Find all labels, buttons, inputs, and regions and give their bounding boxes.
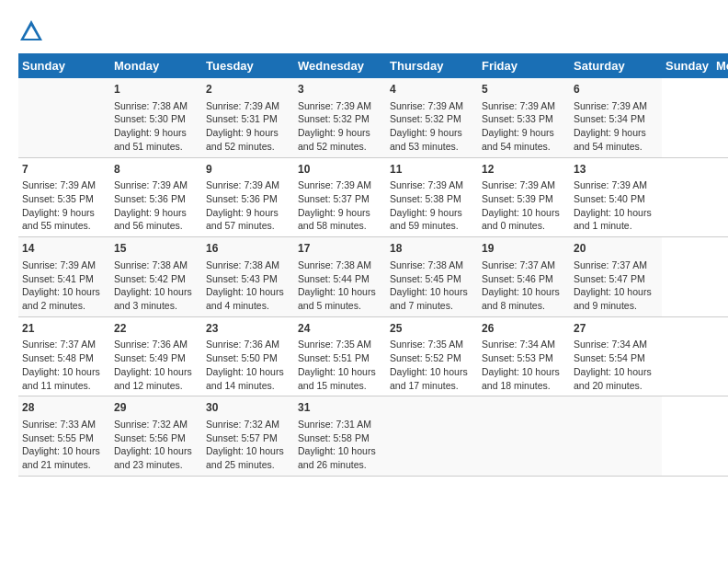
- day-content: Sunrise: 7:39 AM Sunset: 5:39 PM Dayligh…: [482, 178, 566, 233]
- calendar-cell: 29Sunrise: 7:32 AM Sunset: 5:56 PM Dayli…: [110, 396, 202, 477]
- calendar-cell: 1Sunrise: 7:38 AM Sunset: 5:30 PM Daylig…: [110, 78, 202, 157]
- day-number: 29: [114, 400, 199, 416]
- header-saturday: Saturday: [570, 53, 662, 78]
- day-content: Sunrise: 7:34 AM Sunset: 5:54 PM Dayligh…: [574, 338, 658, 392]
- day-content: Sunrise: 7:38 AM Sunset: 5:42 PM Dayligh…: [114, 259, 199, 313]
- day-content: Sunrise: 7:39 AM Sunset: 5:40 PM Dayligh…: [574, 178, 658, 233]
- header-tuesday: Tuesday: [202, 53, 294, 78]
- header-monday: Monday: [110, 53, 202, 78]
- logo-icon: [18, 18, 44, 44]
- day-content: Sunrise: 7:39 AM Sunset: 5:36 PM Dayligh…: [206, 178, 290, 233]
- calendar-cell: 21Sunrise: 7:37 AM Sunset: 5:48 PM Dayli…: [18, 316, 110, 396]
- day-number: 24: [298, 321, 382, 337]
- day-content: Sunrise: 7:39 AM Sunset: 5:32 PM Dayligh…: [390, 99, 474, 154]
- calendar-cell: 6Sunrise: 7:39 AM Sunset: 5:34 PM Daylig…: [570, 78, 662, 157]
- day-content: Sunrise: 7:32 AM Sunset: 5:56 PM Dayligh…: [114, 418, 199, 472]
- calendar-cell: 16Sunrise: 7:38 AM Sunset: 5:43 PM Dayli…: [202, 237, 294, 317]
- calendar-header-row: SundayMondayTuesdayWednesdayThursdayFrid…: [18, 53, 728, 78]
- day-number: 5: [482, 82, 566, 98]
- day-number: 15: [114, 241, 199, 257]
- day-number: 17: [298, 241, 382, 257]
- day-content: Sunrise: 7:39 AM Sunset: 5:35 PM Dayligh…: [22, 178, 107, 233]
- calendar-table: SundayMondayTuesdayWednesdayThursdayFrid…: [18, 53, 728, 477]
- day-number: 20: [574, 241, 658, 257]
- calendar-cell: 14Sunrise: 7:39 AM Sunset: 5:41 PM Dayli…: [18, 237, 110, 317]
- day-number: 4: [390, 82, 474, 98]
- day-content: Sunrise: 7:39 AM Sunset: 5:41 PM Dayligh…: [22, 259, 107, 313]
- day-number: 11: [390, 162, 474, 178]
- calendar-cell: 25Sunrise: 7:35 AM Sunset: 5:52 PM Dayli…: [386, 316, 478, 396]
- day-content: Sunrise: 7:39 AM Sunset: 5:38 PM Dayligh…: [390, 178, 474, 233]
- day-number: 25: [390, 321, 474, 337]
- header-friday: Friday: [478, 53, 570, 78]
- week-row-1: 1Sunrise: 7:38 AM Sunset: 5:30 PM Daylig…: [18, 78, 728, 157]
- week-row-2: 7Sunrise: 7:39 AM Sunset: 5:35 PM Daylig…: [18, 157, 728, 237]
- calendar-cell: 2Sunrise: 7:39 AM Sunset: 5:31 PM Daylig…: [202, 78, 294, 157]
- day-number: 2: [206, 82, 290, 98]
- day-number: 27: [574, 321, 658, 337]
- day-number: 14: [22, 241, 107, 257]
- day-number: 28: [22, 400, 107, 416]
- week-row-5: 28Sunrise: 7:33 AM Sunset: 5:55 PM Dayli…: [18, 396, 728, 477]
- day-number: 21: [22, 321, 107, 337]
- day-number: 9: [206, 162, 290, 178]
- day-content: Sunrise: 7:38 AM Sunset: 5:30 PM Dayligh…: [114, 99, 199, 154]
- day-number: 12: [482, 162, 566, 178]
- calendar-cell: 23Sunrise: 7:36 AM Sunset: 5:50 PM Dayli…: [202, 316, 294, 396]
- calendar-cell: 13Sunrise: 7:39 AM Sunset: 5:40 PM Dayli…: [570, 157, 662, 237]
- page-header: [18, 18, 710, 44]
- day-number: 1: [114, 82, 199, 98]
- day-content: Sunrise: 7:35 AM Sunset: 5:51 PM Dayligh…: [298, 338, 382, 392]
- day-content: Sunrise: 7:33 AM Sunset: 5:55 PM Dayligh…: [22, 418, 107, 472]
- calendar-cell: 18Sunrise: 7:38 AM Sunset: 5:45 PM Dayli…: [386, 237, 478, 317]
- calendar-cell: 3Sunrise: 7:39 AM Sunset: 5:32 PM Daylig…: [294, 78, 386, 157]
- calendar-cell: 26Sunrise: 7:34 AM Sunset: 5:53 PM Dayli…: [478, 316, 570, 396]
- week-row-3: 14Sunrise: 7:39 AM Sunset: 5:41 PM Dayli…: [18, 237, 728, 317]
- calendar-cell: 19Sunrise: 7:37 AM Sunset: 5:46 PM Dayli…: [478, 237, 570, 317]
- calendar-cell: [18, 78, 110, 157]
- calendar-cell: 31Sunrise: 7:31 AM Sunset: 5:58 PM Dayli…: [294, 396, 386, 477]
- day-number: 26: [482, 321, 566, 337]
- day-content: Sunrise: 7:36 AM Sunset: 5:50 PM Dayligh…: [206, 338, 290, 392]
- day-number: 16: [206, 241, 290, 257]
- day-content: Sunrise: 7:34 AM Sunset: 5:53 PM Dayligh…: [482, 338, 566, 392]
- header-wednesday: Wednesday: [294, 53, 386, 78]
- day-content: Sunrise: 7:39 AM Sunset: 5:32 PM Dayligh…: [298, 99, 382, 154]
- week-row-4: 21Sunrise: 7:37 AM Sunset: 5:48 PM Dayli…: [18, 316, 728, 396]
- day-content: Sunrise: 7:39 AM Sunset: 5:34 PM Dayligh…: [574, 99, 658, 154]
- day-content: Sunrise: 7:38 AM Sunset: 5:45 PM Dayligh…: [390, 259, 474, 313]
- day-content: Sunrise: 7:31 AM Sunset: 5:58 PM Dayligh…: [298, 418, 382, 472]
- calendar-cell: [570, 396, 662, 477]
- day-number: 7: [22, 162, 107, 178]
- day-content: Sunrise: 7:37 AM Sunset: 5:46 PM Dayligh…: [482, 259, 566, 313]
- day-number: 6: [574, 82, 658, 98]
- day-content: Sunrise: 7:39 AM Sunset: 5:31 PM Dayligh…: [206, 99, 290, 154]
- day-number: 31: [298, 400, 382, 416]
- day-content: Sunrise: 7:39 AM Sunset: 5:36 PM Dayligh…: [114, 178, 199, 233]
- day-content: Sunrise: 7:39 AM Sunset: 5:33 PM Dayligh…: [482, 99, 566, 154]
- calendar-cell: 22Sunrise: 7:36 AM Sunset: 5:49 PM Dayli…: [110, 316, 202, 396]
- day-number: 3: [298, 82, 382, 98]
- header-cell-sunday: Sunday: [662, 53, 712, 78]
- header-sunday: Sunday: [18, 53, 110, 78]
- day-content: Sunrise: 7:38 AM Sunset: 5:44 PM Dayligh…: [298, 259, 382, 313]
- day-content: Sunrise: 7:38 AM Sunset: 5:43 PM Dayligh…: [206, 259, 290, 313]
- day-content: Sunrise: 7:37 AM Sunset: 5:48 PM Dayligh…: [22, 338, 107, 392]
- day-number: 22: [114, 321, 199, 337]
- calendar-cell: 20Sunrise: 7:37 AM Sunset: 5:47 PM Dayli…: [570, 237, 662, 317]
- day-content: Sunrise: 7:39 AM Sunset: 5:37 PM Dayligh…: [298, 178, 382, 233]
- day-number: 13: [574, 162, 658, 178]
- day-content: Sunrise: 7:32 AM Sunset: 5:57 PM Dayligh…: [206, 418, 290, 472]
- calendar-cell: 5Sunrise: 7:39 AM Sunset: 5:33 PM Daylig…: [478, 78, 570, 157]
- calendar-cell: 10Sunrise: 7:39 AM Sunset: 5:37 PM Dayli…: [294, 157, 386, 237]
- calendar-cell: 28Sunrise: 7:33 AM Sunset: 5:55 PM Dayli…: [18, 396, 110, 477]
- calendar-cell: 17Sunrise: 7:38 AM Sunset: 5:44 PM Dayli…: [294, 237, 386, 317]
- calendar-cell: 30Sunrise: 7:32 AM Sunset: 5:57 PM Dayli…: [202, 396, 294, 477]
- calendar-cell: 7Sunrise: 7:39 AM Sunset: 5:35 PM Daylig…: [18, 157, 110, 237]
- calendar-cell: 4Sunrise: 7:39 AM Sunset: 5:32 PM Daylig…: [386, 78, 478, 157]
- day-content: Sunrise: 7:35 AM Sunset: 5:52 PM Dayligh…: [390, 338, 474, 392]
- calendar-cell: 11Sunrise: 7:39 AM Sunset: 5:38 PM Dayli…: [386, 157, 478, 237]
- header-cell-monday: Monday: [712, 53, 728, 78]
- day-content: Sunrise: 7:36 AM Sunset: 5:49 PM Dayligh…: [114, 338, 199, 392]
- calendar-cell: 27Sunrise: 7:34 AM Sunset: 5:54 PM Dayli…: [570, 316, 662, 396]
